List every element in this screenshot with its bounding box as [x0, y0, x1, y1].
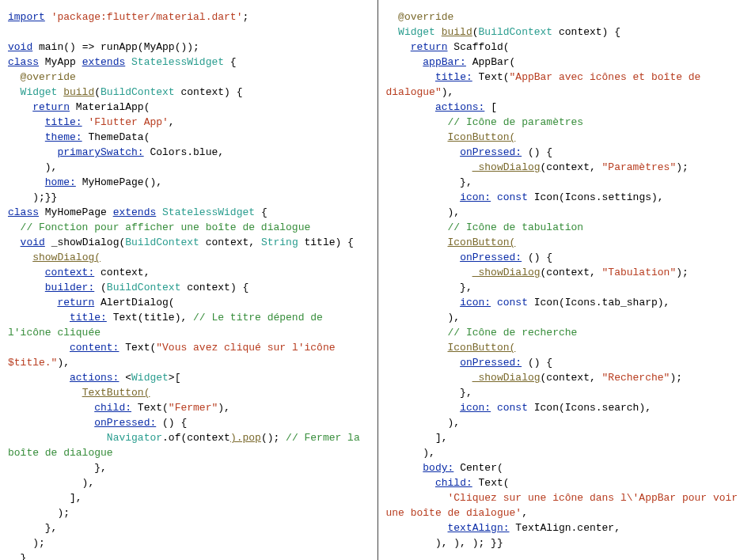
method-build: build: [63, 86, 94, 98]
override-annotation: @override: [398, 11, 453, 23]
kw-void: void: [8, 41, 32, 53]
override-annotation: @override: [21, 71, 76, 83]
kw-class: class: [8, 56, 39, 68]
comment-line: // Icône de paramètres: [448, 116, 584, 128]
code-column-left: import 'package:flutter/material.dart'; …: [0, 0, 378, 560]
string-package: 'package:flutter/material.dart': [51, 11, 243, 23]
kw-import: import: [8, 11, 45, 23]
comment-line: // Fonction pour afficher une boîte de d…: [21, 221, 311, 233]
code-page: import 'package:flutter/material.dart'; …: [0, 0, 755, 560]
code-column-right: @override Widget build(BuildContext cont…: [378, 0, 756, 560]
type-statelesswidget: StatelessWidget: [125, 56, 224, 68]
